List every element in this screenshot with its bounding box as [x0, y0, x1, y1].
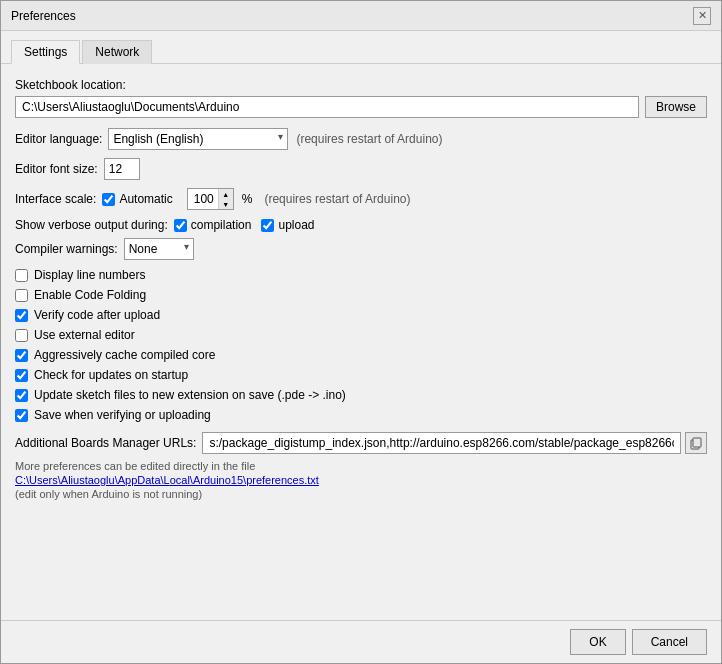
compiler-warnings-select[interactable]: None Default More All — [124, 238, 194, 260]
tabs-bar: Settings Network — [1, 31, 721, 64]
editor-lang-label: Editor language: — [15, 132, 102, 146]
compiler-warnings-wrapper: None Default More All — [124, 238, 194, 260]
compilation-label: compilation — [191, 218, 252, 232]
urls-row: Additional Boards Manager URLs: — [15, 432, 707, 454]
display-line-checkbox[interactable] — [15, 269, 28, 282]
save-verifying-checkbox[interactable] — [15, 409, 28, 422]
verbose-label: Show verbose output during: — [15, 218, 168, 232]
edit-note: (edit only when Arduino is not running) — [15, 488, 707, 500]
checkbox-row-display-line: Display line numbers — [15, 268, 707, 282]
urls-section: Additional Boards Manager URLs: More pre… — [15, 432, 707, 500]
preferences-window: Preferences ✕ Settings Network Sketchboo… — [0, 0, 722, 664]
scale-down-button[interactable]: ▼ — [219, 199, 233, 209]
copy-icon — [689, 436, 703, 450]
checkbox-row-external-editor: Use external editor — [15, 328, 707, 342]
compilation-checkbox[interactable] — [174, 219, 187, 232]
sketchbook-input[interactable] — [15, 96, 639, 118]
editor-lang-select[interactable]: English (English) — [108, 128, 288, 150]
update-sketch-checkbox[interactable] — [15, 389, 28, 402]
editor-lang-wrapper: English (English) — [108, 128, 288, 150]
upload-label: upload — [278, 218, 314, 232]
title-bar: Preferences ✕ — [1, 1, 721, 31]
scale-input[interactable] — [188, 190, 218, 208]
external-editor-label: Use external editor — [34, 328, 135, 342]
cancel-button[interactable]: Cancel — [632, 629, 707, 655]
browse-button[interactable]: Browse — [645, 96, 707, 118]
ok-button[interactable]: OK — [570, 629, 625, 655]
scale-spinner-btns: ▲ ▼ — [218, 189, 233, 209]
more-prefs-note: More preferences can be edited directly … — [15, 460, 707, 472]
interface-scale-row: Interface scale: Automatic ▲ ▼ % (requir… — [15, 188, 707, 210]
auto-scale-label: Automatic — [119, 192, 172, 206]
auto-scale-checkbox-label: Automatic — [102, 192, 172, 206]
editor-font-label: Editor font size: — [15, 162, 98, 176]
checkbox-row-update-sketch: Update sketch files to new extension on … — [15, 388, 707, 402]
check-updates-checkbox[interactable] — [15, 369, 28, 382]
close-button[interactable]: ✕ — [693, 7, 711, 25]
footer: OK Cancel — [1, 620, 721, 663]
update-sketch-label: Update sketch files to new extension on … — [34, 388, 346, 402]
scale-restart-note: (requires restart of Arduino) — [264, 192, 410, 206]
font-size-input[interactable] — [104, 158, 140, 180]
scale-up-button[interactable]: ▲ — [219, 189, 233, 199]
svg-rect-1 — [693, 438, 701, 447]
settings-panel: Sketchbook location: Browse Editor langu… — [1, 64, 721, 620]
cache-compiled-checkbox[interactable] — [15, 349, 28, 362]
save-verifying-label: Save when verifying or uploading — [34, 408, 211, 422]
display-line-label: Display line numbers — [34, 268, 145, 282]
compiler-warnings-row: Compiler warnings: None Default More All — [15, 238, 707, 260]
verify-upload-checkbox[interactable] — [15, 309, 28, 322]
check-updates-label: Check for updates on startup — [34, 368, 188, 382]
verify-upload-label: Verify code after upload — [34, 308, 160, 322]
interface-scale-label: Interface scale: — [15, 192, 96, 206]
checkbox-row-enable-folding: Enable Code Folding — [15, 288, 707, 302]
editor-font-row: Editor font size: — [15, 158, 707, 180]
auto-scale-checkbox[interactable] — [102, 193, 115, 206]
copy-url-button[interactable] — [685, 432, 707, 454]
checkbox-row-verify-upload: Verify code after upload — [15, 308, 707, 322]
editor-lang-note: (requires restart of Arduino) — [296, 132, 442, 146]
checkbox-row-cache-compiled: Aggressively cache compiled core — [15, 348, 707, 362]
checkbox-row-check-updates: Check for updates on startup — [15, 368, 707, 382]
enable-folding-label: Enable Code Folding — [34, 288, 146, 302]
window-title: Preferences — [11, 9, 76, 23]
editor-lang-row: Editor language: English (English) (requ… — [15, 128, 707, 150]
upload-checkbox-label: upload — [261, 218, 314, 232]
compilation-checkbox-label: compilation — [174, 218, 252, 232]
compiler-warnings-label: Compiler warnings: — [15, 242, 118, 256]
verbose-row: Show verbose output during: compilation … — [15, 218, 707, 232]
enable-folding-checkbox[interactable] — [15, 289, 28, 302]
cache-compiled-label: Aggressively cache compiled core — [34, 348, 215, 362]
upload-checkbox[interactable] — [261, 219, 274, 232]
sketchbook-label: Sketchbook location: — [15, 78, 707, 92]
prefs-path-link[interactable]: C:\Users\Aliustaoglu\AppData\Local\Ardui… — [15, 474, 707, 486]
tab-settings[interactable]: Settings — [11, 40, 80, 64]
percent-label: % — [242, 192, 253, 206]
external-editor-checkbox[interactable] — [15, 329, 28, 342]
checkboxes-group: Display line numbers Enable Code Folding… — [15, 268, 707, 422]
checkbox-row-save-verifying: Save when verifying or uploading — [15, 408, 707, 422]
urls-label: Additional Boards Manager URLs: — [15, 436, 196, 450]
tab-network[interactable]: Network — [82, 40, 152, 64]
urls-input[interactable] — [202, 432, 681, 454]
scale-spinner: ▲ ▼ — [187, 188, 234, 210]
sketchbook-row: Browse — [15, 96, 707, 118]
